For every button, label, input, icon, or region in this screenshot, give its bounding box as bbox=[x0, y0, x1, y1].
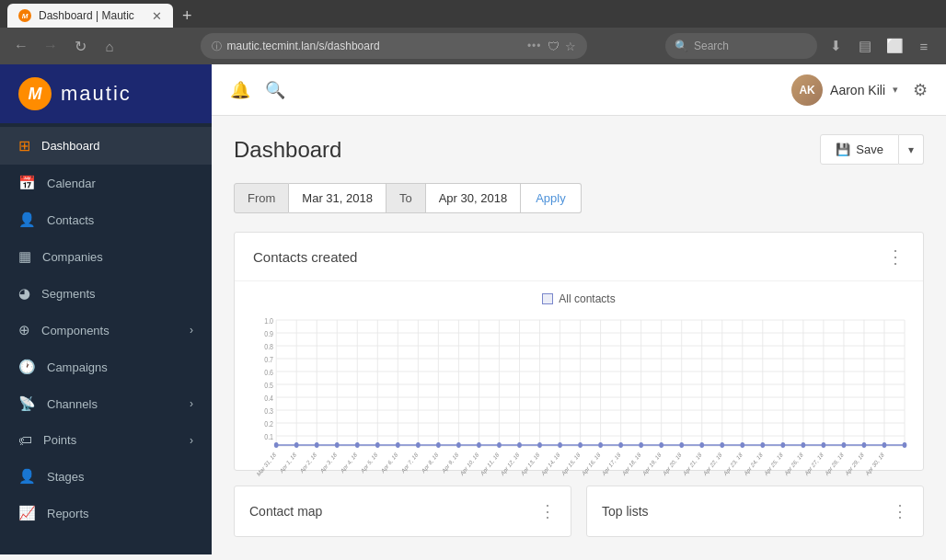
page-content: Dashboard 💾 Save ▾ From Mar 31, 2018 To … bbox=[212, 116, 946, 554]
svg-text:Apr 18, 18: Apr 18, 18 bbox=[621, 451, 642, 477]
top-lists-card: Top lists ⋮ bbox=[586, 486, 924, 537]
bell-icon[interactable]: 🔔 bbox=[230, 80, 250, 100]
svg-text:Apr 8, 18: Apr 8, 18 bbox=[421, 451, 440, 475]
sidebar-item-reports[interactable]: 📈 Reports bbox=[0, 495, 212, 531]
svg-text:Apr 22, 18: Apr 22, 18 bbox=[702, 451, 723, 477]
svg-text:Apr 24, 18: Apr 24, 18 bbox=[743, 451, 764, 477]
reports-icon: 📈 bbox=[18, 505, 36, 521]
sidebar-item-calendar[interactable]: 📅 Calendar bbox=[0, 165, 212, 201]
svg-text:Apr 26, 18: Apr 26, 18 bbox=[783, 451, 804, 477]
svg-text:Apr 29, 18: Apr 29, 18 bbox=[844, 451, 865, 477]
tab-title: Dashboard | Mautic bbox=[39, 9, 144, 22]
svg-point-76 bbox=[740, 442, 744, 448]
svg-point-83 bbox=[883, 442, 887, 448]
sidebar-nav: ⊞ Dashboard 📅 Calendar 👤 Contacts ▦ Comp… bbox=[0, 123, 212, 554]
svg-point-56 bbox=[335, 442, 340, 448]
svg-point-82 bbox=[862, 442, 867, 448]
search-icon[interactable]: 🔍 bbox=[265, 80, 285, 100]
svg-text:Apr 19, 18: Apr 19, 18 bbox=[641, 451, 663, 477]
svg-point-80 bbox=[822, 442, 826, 448]
library-button[interactable]: ▤ bbox=[852, 38, 878, 54]
save-button-group: 💾 Save ▾ bbox=[820, 134, 924, 165]
svg-text:Apr 27, 18: Apr 27, 18 bbox=[803, 451, 825, 477]
address-bar[interactable]: ⓘ mautic.tecmint.lan/s/dashboard ••• 🛡 ☆ bbox=[201, 33, 587, 59]
to-date[interactable]: Apr 30, 2018 bbox=[426, 183, 521, 213]
settings-gear-icon[interactable]: ⚙ bbox=[913, 80, 928, 100]
active-tab[interactable]: M Dashboard | Mautic ✕ bbox=[7, 4, 173, 28]
shield-icon: 🛡 bbox=[548, 40, 560, 53]
svg-text:Apr 13, 18: Apr 13, 18 bbox=[520, 451, 541, 477]
browser-tab-bar: M Dashboard | Mautic ✕ + bbox=[0, 0, 946, 28]
chart-menu-icon[interactable]: ⋮ bbox=[886, 246, 905, 268]
bookmark-icon[interactable]: ☆ bbox=[565, 40, 576, 53]
svg-text:0.7: 0.7 bbox=[264, 355, 273, 364]
tab-favicon: M bbox=[18, 9, 31, 22]
top-lists-menu-icon[interactable]: ⋮ bbox=[892, 501, 908, 521]
sidebar-item-stages[interactable]: 👤 Stages bbox=[0, 458, 212, 495]
home-button[interactable]: ⌂ bbox=[98, 34, 121, 58]
svg-point-72 bbox=[659, 442, 663, 448]
svg-point-64 bbox=[497, 442, 502, 448]
svg-text:Apr 28, 18: Apr 28, 18 bbox=[824, 451, 845, 477]
save-button[interactable]: 💾 Save bbox=[820, 134, 899, 165]
svg-text:0.5: 0.5 bbox=[264, 381, 273, 390]
sidebar-item-points[interactable]: 🏷 Points › bbox=[0, 422, 212, 458]
forward-button[interactable]: → bbox=[39, 34, 63, 58]
svg-point-62 bbox=[456, 442, 461, 448]
sidebar-item-label: Calendar bbox=[47, 177, 96, 190]
browser-toolbar: ← → ↻ ⌂ ⓘ mautic.tecmint.lan/s/dashboard… bbox=[0, 28, 946, 64]
svg-text:Apr 21, 18: Apr 21, 18 bbox=[682, 451, 703, 477]
legend-box-icon bbox=[542, 293, 553, 304]
svg-point-81 bbox=[842, 442, 847, 448]
download-button[interactable]: ⬇ bbox=[823, 38, 848, 54]
main-area: 🔔 🔍 AK Aaron Kili ▾ ⚙ Dashboard 💾 Sav bbox=[212, 64, 946, 554]
svg-point-53 bbox=[274, 442, 279, 448]
chart-body: All contacts 1.0 0.9 0.8 0.7 0.6 0.5 0.4… bbox=[235, 281, 923, 470]
svg-text:Apr 1, 18: Apr 1, 18 bbox=[279, 451, 298, 475]
save-disk-icon: 💾 bbox=[836, 143, 850, 156]
svg-text:Apr 7, 18: Apr 7, 18 bbox=[400, 451, 420, 475]
toolbar-icons: ⬇ ▤ ⬜ ≡ bbox=[823, 38, 937, 54]
reader-button[interactable]: ⬜ bbox=[882, 38, 907, 54]
companies-icon: ▦ bbox=[18, 248, 31, 265]
top-bar: 🔔 🔍 AK Aaron Kili ▾ ⚙ bbox=[212, 64, 946, 116]
contact-map-title: Contact map bbox=[249, 504, 322, 519]
calendar-icon: 📅 bbox=[18, 175, 36, 191]
svg-point-59 bbox=[396, 442, 400, 448]
top-lists-title: Top lists bbox=[602, 504, 649, 519]
logo-text: mautic bbox=[61, 82, 132, 106]
points-icon: 🏷 bbox=[18, 432, 32, 448]
contact-map-menu-icon[interactable]: ⋮ bbox=[539, 501, 556, 521]
user-dropdown-arrow-icon: ▾ bbox=[893, 84, 898, 96]
sidebar-item-segments[interactable]: ◕ Segments bbox=[0, 275, 212, 312]
new-tab-button[interactable]: + bbox=[175, 6, 200, 26]
browser-search-bar[interactable]: 🔍 Search bbox=[665, 33, 817, 59]
refresh-button[interactable]: ↻ bbox=[68, 34, 92, 58]
apply-button[interactable]: Apply bbox=[521, 183, 582, 213]
address-text: mautic.tecmint.lan/s/dashboard bbox=[227, 40, 522, 52]
sidebar-item-dashboard[interactable]: ⊞ Dashboard bbox=[0, 127, 212, 165]
from-label: From bbox=[234, 183, 289, 213]
sidebar-item-label: Stages bbox=[47, 470, 84, 484]
sidebar-item-contacts[interactable]: 👤 Contacts bbox=[0, 201, 212, 238]
menu-button[interactable]: ≡ bbox=[911, 38, 937, 54]
sidebar-item-campaigns[interactable]: 🕐 Campaigns bbox=[0, 349, 212, 385]
address-options-icon[interactable]: ••• bbox=[527, 40, 542, 52]
user-menu[interactable]: AK Aaron Kili ▾ bbox=[791, 74, 898, 106]
svg-point-66 bbox=[537, 442, 542, 448]
back-button[interactable]: ← bbox=[9, 34, 33, 58]
save-dropdown-arrow-button[interactable]: ▾ bbox=[899, 134, 924, 165]
sidebar-item-components[interactable]: ⊕ Components › bbox=[0, 312, 212, 349]
from-date[interactable]: Mar 31, 2018 bbox=[289, 183, 386, 213]
tab-close-icon[interactable]: ✕ bbox=[152, 9, 162, 23]
sidebar-item-channels[interactable]: 📡 Channels › bbox=[0, 385, 212, 422]
svg-text:Apr 6, 18: Apr 6, 18 bbox=[380, 451, 399, 475]
components-icon: ⊕ bbox=[18, 322, 30, 338]
svg-point-60 bbox=[416, 442, 421, 448]
sidebar-item-companies[interactable]: ▦ Companies bbox=[0, 238, 212, 275]
sidebar-item-label: Channels bbox=[47, 397, 179, 411]
channels-icon: 📡 bbox=[18, 395, 36, 412]
svg-text:0.2: 0.2 bbox=[264, 419, 273, 429]
search-placeholder: Search bbox=[694, 40, 729, 52]
svg-text:Apr 23, 18: Apr 23, 18 bbox=[722, 451, 744, 477]
